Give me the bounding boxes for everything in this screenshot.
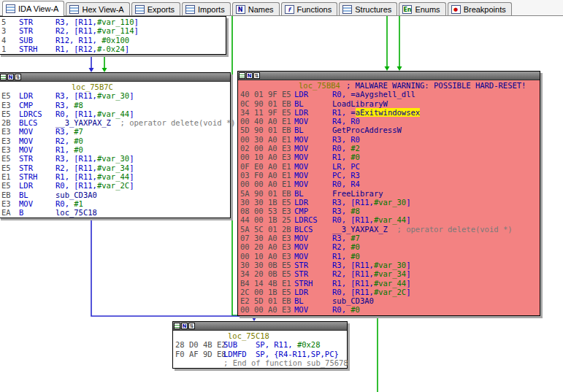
graph-node-entry-partial[interactable]: 5STRR3, [R11,#var_110]3STRR2, [R11,#var_… (0, 16, 226, 55)
names-icon[interactable]: N (181, 323, 188, 329)
block-label[interactable]: loc_75B7C (72, 82, 113, 91)
asm-line[interactable]: E5LDRCSR0, [R11,#var_44] (1, 109, 230, 118)
mnemonic: MOV (294, 144, 332, 153)
asm-line[interactable]: 00 00 A0 E3MOVR0, #0 (240, 305, 540, 314)
tab-structures[interactable]: Structures (339, 2, 397, 15)
block-label-line[interactable]: loc_75B7C (1, 82, 230, 91)
asm-line[interactable]: 5A 90 01 EBBLFreeLibrary (240, 189, 540, 198)
mnemonic: STR (19, 164, 55, 172)
block-label[interactable]: loc_75C18 (228, 331, 269, 340)
asm-line[interactable]: 00 00 A0 E1MOVR0, R4 (240, 180, 540, 188)
asm-line[interactable]: 0F E0 A0 E1MOVLR, PC (240, 162, 540, 171)
graph-node-loc_75BB4[interactable]: N⇅loc_75BB4; MALWARE WARNING: POSSIBLE H… (237, 71, 540, 316)
mnemonic: CMP (19, 101, 55, 109)
asm-line[interactable]: E3MOVR2, #0 (1, 137, 230, 145)
tab-names[interactable]: NNames (232, 2, 280, 15)
asm-line[interactable]: 00 10 A0 E3MOVR1, #0 (240, 153, 540, 161)
asm-line[interactable]: E5LDRR3, [R11,#var_30] (1, 91, 230, 100)
asm-line[interactable]: ; End of function sub_75678 (175, 358, 347, 367)
asm-line[interactable]: 34 11 9F E5LDRR1, =aExitwindowsex (240, 108, 540, 117)
opcode-bytes: 5 (1, 18, 19, 26)
asm-line[interactable]: 34 20 0B E5STRR2, [R11,#var_34] (240, 269, 540, 278)
asm-line[interactable]: 08 00 53 E3CMPR3, #8 (240, 207, 540, 215)
asm-line[interactable]: 07 30 A0 E3MOVR3, #7 (240, 234, 540, 242)
tab-breakpoints[interactable]: ●Breakpoints (448, 2, 512, 15)
names-icon[interactable]: N (7, 74, 14, 80)
opcode-bytes: 3 (1, 26, 19, 35)
asm-line[interactable]: 00 40 A0 E1MOVR4, R0 (240, 117, 540, 126)
operand: sub_CD3A0 (332, 296, 374, 305)
asm-line[interactable]: 0C 90 01 EBBLLoadLibraryW (240, 99, 540, 108)
operand: ] (406, 261, 410, 269)
tab-exports[interactable]: Exports (131, 2, 180, 15)
node-body[interactable]: 5STRR3, [R11,#var_110]3STRR2, [R11,#var_… (0, 17, 226, 54)
tab-functions[interactable]: fFunctions (281, 2, 338, 15)
operand: #var_34 (97, 164, 129, 172)
graph-canvas[interactable]: 5STRR3, [R11,#var_110]3STRR2, [R11,#var_… (0, 0, 563, 392)
asm-line[interactable]: 5STRR3, [R11,#var_110] (1, 18, 226, 26)
asm-line[interactable]: F0 AF 9D E8LDMFDSP, {R4-R11,SP,PC} (175, 350, 347, 358)
mnemonic: MOV (19, 145, 55, 154)
tab-hex-view-a[interactable]: Hex View-A (66, 2, 129, 15)
node-body[interactable]: loc_75C1828 D0 4B E2SUBSP, R11, #0x28F0 … (173, 331, 347, 368)
asm-line[interactable]: 2BBLCS__3_YAXPAX_Z ; operator delete(voi… (1, 118, 230, 127)
asm-line[interactable]: E3MOVR3, #7 (1, 127, 230, 136)
block-label-line[interactable]: loc_75BB4; MALWARE WARNING: POSSIBLE HAR… (240, 81, 540, 90)
asm-line[interactable]: 30 30 1B E5LDRR3, [R11,#var_30] (240, 198, 540, 207)
operand: #7 (74, 127, 83, 136)
asm-line[interactable]: 00 10 A0 E3MOVR1, #0 (240, 252, 540, 261)
asm-line[interactable]: 00 30 A0 E1MOVR3, R0 (240, 135, 540, 144)
asm-line[interactable]: 02 00 A0 E3MOVR0, #2 (240, 144, 540, 153)
graph-node-loc_75C18[interactable]: N⇅loc_75C1828 D0 4B E2SUBSP, R11, #0x28F… (172, 321, 348, 369)
tab-imports[interactable]: Imports (182, 2, 231, 15)
mnemonic: MOV (294, 305, 332, 314)
graph-node-loc_75B7C[interactable]: N⇅loc_75B7CE5LDRR3, [R11,#var_30]E3CMPR3… (0, 72, 231, 218)
asm-line[interactable]: B4 14 4B E1STRHR1, [R11,#var_44] (240, 279, 540, 288)
node-title-bar[interactable]: N⇅ (0, 73, 230, 82)
asm-line[interactable]: 1STRHR1, [R12,#-0x24] (1, 45, 226, 53)
asm-line[interactable]: 2C 00 1B E5LDRR0, [R11,#var_2C] (240, 288, 540, 296)
node-body[interactable]: loc_75B7CE5LDRR3, [R11,#var_30]E3CMPR3, … (0, 82, 230, 218)
asm-line[interactable]: EBBLsub_CD3A0 (1, 191, 230, 199)
names-icon[interactable]: N (246, 72, 253, 79)
block-label-line[interactable]: loc_75C18 (175, 331, 347, 340)
asm-line[interactable]: EABloc_75C18 (1, 208, 230, 217)
asm-line[interactable]: E1STRHR1, [R11,#var_44] (1, 172, 230, 181)
asm-line[interactable]: E2 5D 01 EBBLsub_CD3A0 (240, 296, 540, 305)
asm-line[interactable]: 4SUBR12, R11, #0x100 (1, 36, 226, 45)
asm-line[interactable]: E5STRR2, [R11,#var_34] (1, 164, 230, 172)
node-title-bar[interactable]: N⇅ (173, 322, 347, 331)
mnemonic: LDRCS (294, 215, 332, 224)
asm-line[interactable]: 00 20 A0 E3MOVR2, #0 (240, 242, 540, 251)
sort-icon[interactable]: ⇅ (188, 323, 195, 329)
asm-line[interactable]: E3CMPR3, #8 (1, 101, 230, 109)
asm-line[interactable]: 5A 5C 01 2BBLCS__3_YAXPAX_Z ; operator d… (240, 225, 540, 234)
tab-ida-view-a[interactable]: IDA View-A (2, 1, 64, 16)
node-title-bar[interactable]: N⇅ (238, 72, 540, 80)
asm-line[interactable]: 30 30 0B E5STRR3, [R11,#var_30] (240, 261, 540, 269)
node-body[interactable]: loc_75BB4; MALWARE WARNING: POSSIBLE HAR… (238, 80, 540, 315)
block-label[interactable]: loc_75BB4 (299, 81, 340, 90)
opcode-bytes: 07 30 A0 E3 (240, 234, 294, 242)
view-icon[interactable] (0, 74, 7, 80)
asm-line[interactable]: 5D 90 01 EBBLGetProcAddressW (240, 126, 540, 134)
asm-line[interactable]: E3MOVR1, #0 (1, 145, 230, 154)
asm-line[interactable]: 40 01 9F E5LDRR0, =aAygshell_dll (240, 90, 540, 99)
tab-enums[interactable]: EnEnums (399, 2, 445, 15)
asm-line[interactable]: E5STRR3, [R11,#var_30] (1, 154, 230, 163)
sort-icon[interactable]: ⇅ (15, 74, 21, 80)
operand: R3, [R11, (55, 18, 97, 26)
opcode-bytes: E5 (1, 154, 19, 163)
asm-line[interactable]: 28 D0 4B E2SUBSP, R11, #0x28 (175, 340, 347, 349)
mnemonic: SUB (19, 36, 55, 45)
operand: #8 (74, 101, 83, 109)
asm-line[interactable]: 03 F0 A0 E1MOVPC, R3 (240, 171, 540, 180)
asm-line[interactable]: E3MOVR0, #1 (1, 199, 230, 208)
view-icon[interactable] (174, 323, 180, 329)
sort-icon[interactable]: ⇅ (253, 72, 260, 79)
asm-line[interactable]: 44 00 1B 25LDRCSR0, [R11,#var_44] (240, 215, 540, 224)
asm-line[interactable]: E5LDRR0, [R11,#var_2C] (1, 181, 230, 190)
opcode-bytes: E5 (1, 91, 19, 100)
view-icon[interactable] (239, 72, 245, 79)
asm-line[interactable]: 3STRR2, [R11,#var_114] (1, 26, 226, 35)
